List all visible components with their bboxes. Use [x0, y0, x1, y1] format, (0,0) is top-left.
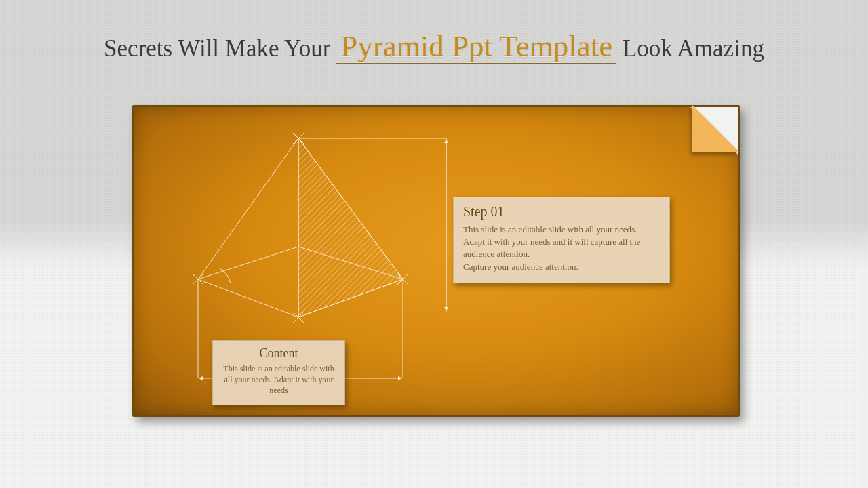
content-body: This slide is an editable slide with all… — [220, 363, 338, 396]
board-wrap: Step 01 This slide is an editable slide … — [132, 105, 740, 417]
content-box: Content This slide is an editable slide … — [212, 340, 345, 405]
blueprint-board: Step 01 This slide is an editable slide … — [132, 105, 740, 417]
slide-title: Secrets Will Make Your Pyramid Ppt Templ… — [0, 31, 868, 64]
step-box: Step 01 This slide is an editable slide … — [453, 197, 670, 283]
step-heading: Step 01 — [463, 204, 660, 220]
title-pre: Secrets Will Make Your — [104, 35, 336, 62]
step-body: This slide is an editable slide with all… — [463, 224, 660, 273]
content-heading: Content — [220, 346, 338, 361]
folded-corner-icon — [692, 105, 740, 152]
title-post: Look Amazing — [616, 35, 764, 62]
svg-marker-16 — [298, 138, 403, 317]
title-accent: Pyramid Ppt Template — [336, 31, 616, 64]
svg-line-13 — [198, 138, 298, 279]
